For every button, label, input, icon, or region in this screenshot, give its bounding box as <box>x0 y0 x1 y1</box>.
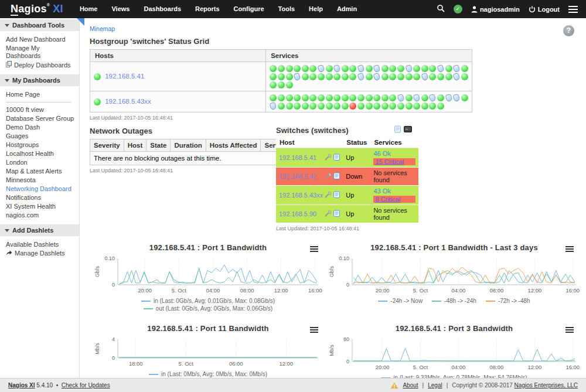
critical-count-badge[interactable]: 15 Critical <box>373 158 415 165</box>
service-ok-icon[interactable] <box>437 94 445 101</box>
service-mouse-icon[interactable] <box>413 94 421 101</box>
chart-menu-icon[interactable] <box>309 244 319 254</box>
host-link[interactable]: 192.168.5.41 <box>103 73 144 80</box>
service-ok-icon[interactable] <box>325 102 333 110</box>
service-ok-icon[interactable] <box>342 64 349 72</box>
service-ok-icon[interactable] <box>278 64 285 72</box>
company-link[interactable]: Nagios Enterprises, LLC <box>515 382 578 388</box>
service-ok-icon[interactable] <box>389 102 397 110</box>
service-ok-icon[interactable] <box>413 102 421 110</box>
wrench-icon[interactable] <box>325 154 332 162</box>
status-ok-icon[interactable]: ✓ <box>454 5 462 13</box>
wrench-icon[interactable] <box>325 192 332 199</box>
search-icon[interactable] <box>437 4 445 15</box>
service-ok-icon[interactable] <box>278 73 285 80</box>
legend-item[interactable]: -72h -> -48h <box>486 297 530 305</box>
sidebar-section-header-my-dashboards[interactable]: My Dashboards <box>0 74 79 86</box>
service-ok-icon[interactable] <box>270 81 277 88</box>
nav-item-configure[interactable]: Configure <box>227 0 271 18</box>
service-mouse-icon[interactable] <box>445 94 452 101</box>
service-mouse-icon[interactable] <box>397 94 405 101</box>
chart-menu-icon[interactable] <box>309 325 319 335</box>
wrench-icon[interactable] <box>325 173 332 180</box>
service-ok-icon[interactable] <box>318 73 325 80</box>
switch-host-link[interactable]: 192.168.5.41 <box>279 154 323 161</box>
service-ok-icon[interactable] <box>294 94 301 101</box>
ok-count-link[interactable]: 46 Ok <box>373 150 390 157</box>
service-ok-icon[interactable] <box>397 102 405 110</box>
legend-item[interactable]: in (Last: 0Gb/s, Avg: 0.01Gb/s, Max: 0.0… <box>94 297 322 305</box>
sidebar-item-manage-dashlets[interactable]: Manage Dashlets <box>6 249 76 258</box>
service-ok-icon[interactable] <box>278 102 285 110</box>
service-ok-icon[interactable] <box>421 64 428 72</box>
service-ok-icon[interactable] <box>309 73 317 80</box>
nav-item-help[interactable]: Help <box>302 0 330 18</box>
sidebar-item-map-latest-alerts[interactable]: Map & Latest Alerts <box>6 167 76 176</box>
nav-item-views[interactable]: Views <box>104 0 137 18</box>
wrench-icon[interactable] <box>325 210 332 218</box>
service-ok-icon[interactable] <box>373 102 381 110</box>
check-updates-link[interactable]: Check for Updates <box>62 382 110 388</box>
help-icon[interactable]: ? <box>563 25 574 36</box>
legal-link[interactable]: Legal <box>428 382 442 388</box>
note-icon[interactable] <box>333 154 340 162</box>
chart-menu-icon[interactable] <box>564 325 575 335</box>
legend-item[interactable]: out (Last: 0Gb/s, Avg: 0Gb/s, Max: 0.06G… <box>94 305 322 312</box>
sidebar-item-minnesota[interactable]: Minnesota <box>6 176 76 185</box>
service-ok-icon[interactable] <box>270 64 277 72</box>
service-ok-icon[interactable] <box>429 73 437 80</box>
service-ok-icon[interactable] <box>413 73 421 80</box>
service-ok-icon[interactable] <box>278 81 285 88</box>
service-ok-icon[interactable] <box>333 94 341 101</box>
service-ok-icon[interactable] <box>309 102 317 110</box>
service-ok-icon[interactable] <box>285 73 293 80</box>
service-ok-icon[interactable] <box>421 94 428 101</box>
service-mouse-icon[interactable] <box>357 73 365 80</box>
service-mouse-icon[interactable] <box>421 73 428 80</box>
sidebar-item-notifications[interactable]: Notifications <box>6 193 76 202</box>
service-ok-icon[interactable] <box>342 73 349 80</box>
service-mouse-icon[interactable] <box>429 94 437 101</box>
service-ok-icon[interactable] <box>405 102 413 110</box>
service-mouse-icon[interactable] <box>437 64 445 72</box>
note-icon[interactable] <box>333 172 340 180</box>
service-ok-icon[interactable] <box>445 64 452 72</box>
service-ok-icon[interactable] <box>357 94 365 101</box>
nav-item-tools[interactable]: Tools <box>271 0 302 18</box>
service-ok-icon[interactable] <box>461 94 468 101</box>
service-ok-icon[interactable] <box>349 94 357 101</box>
minemap-link[interactable]: Minemap <box>90 25 115 32</box>
switch-host-link[interactable]: 192.168.5.90 <box>279 210 323 217</box>
service-ok-icon[interactable] <box>397 73 405 80</box>
page-icon[interactable] <box>394 125 401 135</box>
service-ok-icon[interactable] <box>318 102 325 110</box>
sidebar-item-nagios-com[interactable]: nagios.com <box>6 211 76 220</box>
service-ok-icon[interactable] <box>325 64 333 72</box>
sidebar-section-header-add-dashlets[interactable]: Add Dashlets <box>0 224 79 236</box>
service-mouse-icon[interactable] <box>405 64 413 72</box>
service-ok-icon[interactable] <box>429 102 437 110</box>
service-ok-icon[interactable] <box>413 64 421 72</box>
note-icon[interactable] <box>333 210 340 218</box>
sidebar-item-london[interactable]: London <box>6 158 76 167</box>
service-ok-icon[interactable] <box>333 102 341 110</box>
ok-count-link[interactable]: 43 Ok <box>373 188 390 195</box>
service-mouse-icon[interactable] <box>318 64 325 72</box>
service-ok-icon[interactable] <box>309 64 317 72</box>
service-mouse-icon[interactable] <box>453 94 461 101</box>
service-ok-icon[interactable] <box>405 94 413 101</box>
service-ok-icon[interactable] <box>302 73 309 80</box>
service-ok-icon[interactable] <box>365 64 373 72</box>
service-ok-icon[interactable] <box>381 64 389 72</box>
service-ok-icon[interactable] <box>365 94 373 101</box>
service-ok-icon[interactable] <box>302 64 309 72</box>
service-ok-icon[interactable] <box>397 64 405 72</box>
service-ok-icon[interactable] <box>309 94 317 101</box>
monitor-icon[interactable] <box>404 126 412 135</box>
nav-item-admin[interactable]: Admin <box>330 0 364 18</box>
service-mouse-icon[interactable] <box>453 64 461 72</box>
service-ok-icon[interactable] <box>294 102 301 110</box>
nav-item-home[interactable]: Home <box>73 0 105 18</box>
nav-item-reports[interactable]: Reports <box>188 0 227 18</box>
host-link[interactable]: 192.168.5.43xx <box>103 98 151 105</box>
